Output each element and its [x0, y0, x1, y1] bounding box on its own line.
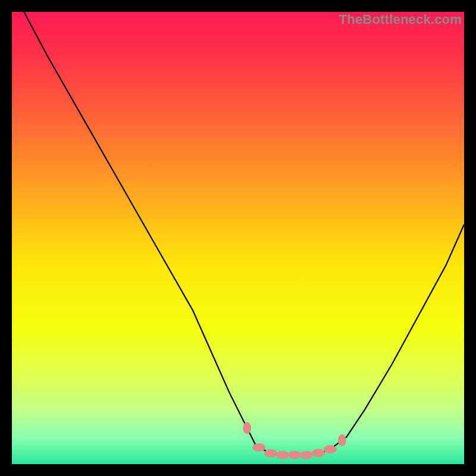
svg-point-3 — [264, 449, 277, 458]
svg-point-8 — [324, 445, 337, 453]
bottleneck-curve — [12, 12, 464, 464]
curve-path — [12, 12, 464, 455]
svg-point-7 — [312, 449, 325, 458]
svg-point-9 — [338, 434, 346, 446]
svg-point-1 — [243, 422, 251, 434]
svg-point-2 — [252, 443, 265, 452]
flat-zone-markers — [243, 422, 346, 459]
svg-point-4 — [276, 451, 289, 459]
svg-point-5 — [288, 451, 301, 459]
svg-point-6 — [300, 451, 313, 459]
plot-area: TheBottleneck.com — [12, 12, 464, 464]
chart-frame: TheBottleneck.com — [0, 0, 476, 476]
